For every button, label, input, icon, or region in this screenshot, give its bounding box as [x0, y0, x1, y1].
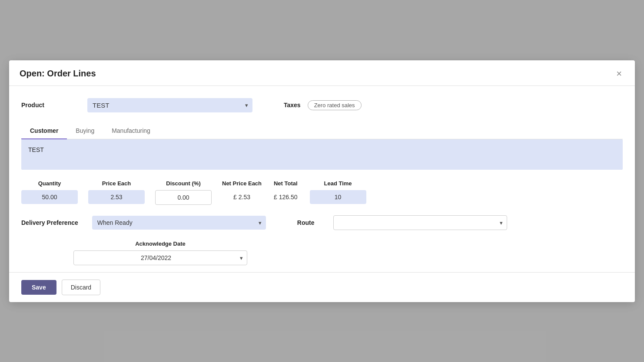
modal-overlay: Open: Order Lines × Product TEST ▾ Taxes…	[0, 0, 644, 362]
lead-time-label: Lead Time	[324, 180, 352, 187]
modal-footer: Save Discard	[9, 272, 635, 302]
route-label: Route	[297, 219, 315, 226]
tabs-section: Customer Buying Manufacturing TEST	[21, 123, 623, 170]
product-label: Product	[21, 102, 73, 109]
net-total-value: £ 126.50	[272, 190, 299, 204]
lead-time-col: Lead Time	[310, 180, 366, 204]
discard-button[interactable]: Discard	[62, 280, 100, 295]
acknowledge-date-input[interactable]	[73, 250, 247, 265]
delivery-preference-select[interactable]: When Ready Fixed Date As Soon As Possibl…	[92, 216, 266, 230]
tab-customer-value: TEST	[28, 146, 44, 153]
order-lines-modal: Open: Order Lines × Product TEST ▾ Taxes…	[9, 60, 635, 302]
taxes-badge: Zero rated sales	[308, 100, 362, 110]
tab-buying[interactable]: Buying	[67, 123, 103, 139]
price-each-input[interactable]	[88, 190, 145, 204]
modal-header: Open: Order Lines ×	[9, 60, 635, 86]
modal-body: Product TEST ▾ Taxes Zero rated sales Cu…	[9, 86, 635, 272]
price-each-label: Price Each	[102, 180, 131, 187]
modal-title: Open: Order Lines	[20, 69, 96, 79]
acknowledge-label: Acknowledge Date	[73, 240, 247, 247]
net-price-each-col: Net Price Each £ 2.53	[222, 180, 262, 204]
close-button[interactable]: ×	[614, 68, 624, 79]
net-total-label: Net Total	[274, 180, 298, 187]
discount-input[interactable]	[155, 190, 212, 205]
tabs-row: Customer Buying Manufacturing	[21, 123, 623, 139]
acknowledge-section: Acknowledge Date ▾	[73, 240, 623, 265]
taxes-label: Taxes	[284, 102, 301, 109]
product-taxes-row: Product TEST ▾ Taxes Zero rated sales	[21, 98, 623, 112]
delivery-select-wrapper: When Ready Fixed Date As Soon As Possibl…	[92, 216, 266, 230]
quantity-label: Quantity	[38, 180, 61, 187]
delivery-preference-label: Delivery Preference	[21, 219, 78, 226]
price-each-col: Price Each	[88, 180, 145, 204]
acknowledge-date-wrapper: ▾	[73, 250, 247, 265]
save-button[interactable]: Save	[21, 280, 56, 295]
delivery-row: Delivery Preference When Ready Fixed Dat…	[21, 215, 623, 230]
route-select-wrapper: ▾	[333, 215, 507, 230]
quantity-col: Quantity	[21, 180, 78, 204]
product-select[interactable]: TEST	[87, 98, 252, 112]
net-price-each-value: £ 2.53	[232, 190, 252, 204]
taxes-section: Taxes Zero rated sales	[284, 100, 362, 110]
lead-time-input[interactable]	[310, 190, 366, 204]
tab-customer[interactable]: Customer	[21, 123, 67, 139]
tab-manufacturing[interactable]: Manufacturing	[103, 123, 159, 139]
discount-col: Discount (%)	[155, 180, 212, 205]
net-total-col: Net Total £ 126.50	[272, 180, 299, 204]
product-select-wrapper: TEST ▾	[87, 98, 252, 112]
tab-content-customer: TEST	[21, 139, 623, 170]
fields-grid: Quantity Price Each Discount (%) Net Pri…	[21, 180, 623, 205]
quantity-input[interactable]	[21, 190, 78, 204]
net-price-each-label: Net Price Each	[222, 180, 262, 187]
discount-label: Discount (%)	[166, 180, 200, 187]
route-select[interactable]	[333, 215, 507, 230]
